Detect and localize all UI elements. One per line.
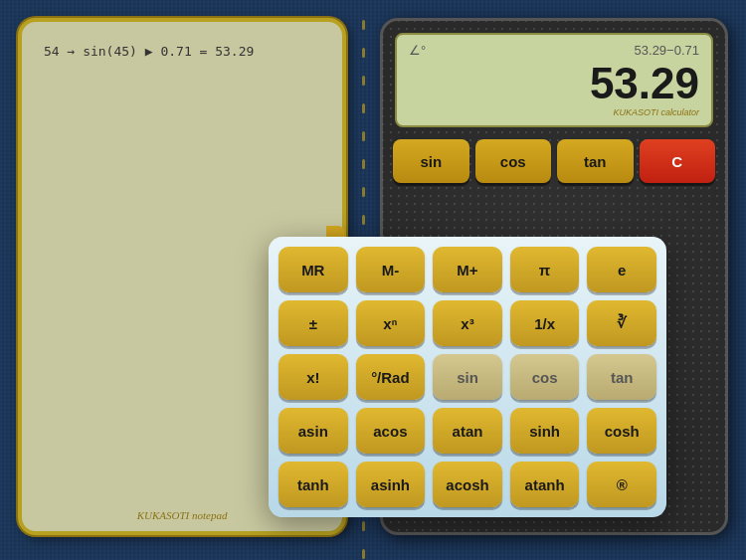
stitch [362, 131, 365, 141]
stitch [362, 103, 365, 113]
stitch [362, 521, 365, 531]
fact-button[interactable]: x! [279, 354, 348, 400]
display-angle: ∠° [409, 43, 426, 58]
radeg-button[interactable]: °/Rad [356, 354, 426, 400]
sin2-button[interactable]: sin [433, 354, 502, 400]
cbrt-button[interactable]: ∛ [587, 300, 656, 346]
overlay-row-4: tanhasinhacoshatanh® [279, 462, 656, 507]
m+-button[interactable]: M+ [433, 247, 502, 292]
stitch [362, 549, 365, 559]
calc-display: ∠° 53.29−0.71 53.29 KUKASOTI calculator [395, 33, 713, 127]
stitch [362, 159, 365, 169]
overlay-row-3: asinacosatansinhcosh [279, 408, 656, 454]
display-top-row: ∠° 53.29−0.71 [409, 43, 699, 58]
e-button[interactable]: e [587, 247, 656, 292]
pi-button[interactable]: π [510, 247, 580, 292]
stitch [362, 48, 365, 58]
sinh-button[interactable]: sinh [510, 408, 580, 454]
inv-button[interactable]: 1/x [510, 300, 580, 346]
display-main: 53.29 [409, 62, 699, 105]
stitch [362, 76, 365, 86]
calc-buttons: sin cos tan C [383, 135, 725, 199]
asinh-button[interactable]: asinh [356, 462, 426, 507]
overlay-panel: MRM-M+πe±xⁿx³1/x∛x!°/Radsincostanasinaco… [269, 237, 666, 517]
pm-button[interactable]: ± [279, 300, 348, 346]
asin-button[interactable]: asin [279, 408, 348, 454]
atan-button[interactable]: atan [433, 408, 502, 454]
cos2-button[interactable]: cos [510, 354, 580, 400]
acosh-button[interactable]: acosh [433, 462, 502, 507]
sin-button[interactable]: sin [393, 139, 469, 183]
reg-button[interactable]: ® [587, 462, 656, 507]
stitch [362, 187, 365, 197]
overlay-row-1: ±xⁿx³1/x∛ [279, 300, 656, 346]
cosh-button[interactable]: cosh [587, 408, 656, 454]
cos-button[interactable]: cos [475, 139, 552, 183]
overlay-row-2: x!°/Radsincostan [279, 354, 656, 400]
overlay-row-0: MRM-M+πe [279, 247, 656, 292]
mr-button[interactable]: MR [279, 247, 348, 292]
stitch [362, 20, 365, 30]
stitch [362, 215, 365, 225]
x3-button[interactable]: x³ [433, 300, 502, 346]
trig-row: sin cos tan C [393, 139, 715, 183]
atanh-button[interactable]: atanh [510, 462, 580, 507]
tan-button[interactable]: tan [557, 139, 634, 183]
display-brand: KUKASOTI calculator [409, 107, 699, 117]
tan2-button[interactable]: tan [587, 354, 656, 400]
display-secondary: 53.29−0.71 [635, 43, 699, 58]
acos-button[interactable]: acos [356, 408, 426, 454]
m--button[interactable]: M- [356, 247, 426, 292]
notepad-text: 54 → sin(45) ▶ 0.71 = 53.29 [44, 44, 320, 59]
xn-button[interactable]: xⁿ [356, 300, 426, 346]
clear-button[interactable]: C [640, 139, 716, 183]
tanh-button[interactable]: tanh [279, 462, 348, 507]
